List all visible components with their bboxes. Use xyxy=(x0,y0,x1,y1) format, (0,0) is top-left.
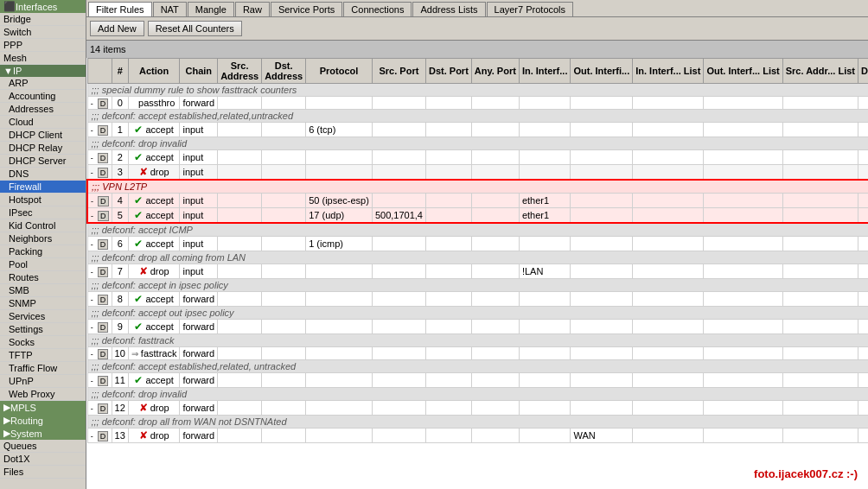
row-controls[interactable]: - D xyxy=(87,97,112,110)
sidebar-item-services[interactable]: Services xyxy=(0,310,86,323)
table-row[interactable]: - D 0 passthro forward 62.7 GiB 63 872 2… xyxy=(87,97,868,110)
row-controls[interactable]: - D xyxy=(87,123,112,137)
table-row[interactable]: ;;; defconf: drop invalid xyxy=(87,388,868,401)
col-dst-address[interactable]: Dst.Address xyxy=(262,59,306,84)
sidebar-item-addresses[interactable]: Addresses xyxy=(0,103,86,116)
col-out-list[interactable]: Out. Interf... List xyxy=(704,59,782,84)
table-row[interactable]: ;;; defconf: accept established,related,… xyxy=(87,360,868,373)
table-row[interactable]: ;;; defconf: accept in ipsec policy xyxy=(87,279,868,292)
sidebar-item-pool[interactable]: Pool xyxy=(0,258,86,271)
row-controls[interactable]: - D xyxy=(87,292,112,307)
tab-service-ports[interactable]: Service Ports xyxy=(271,2,342,16)
table-row[interactable]: ;;; defconf: accept established,related,… xyxy=(87,110,868,123)
col-src-addr-list[interactable]: Src. Addr... List xyxy=(782,59,858,84)
table-row[interactable]: - D 10 ⇒ fasttrack forward 684.4 MiB 2 0… xyxy=(87,347,868,360)
row-controls[interactable]: - D xyxy=(87,401,112,416)
col-dst-port[interactable]: Dst. Port xyxy=(425,59,471,84)
col-in-interf[interactable]: In. Interf... xyxy=(519,59,571,84)
table-row[interactable]: - D 9 ✔ accept forward 0 B 0 xyxy=(87,320,868,334)
table-row[interactable]: ;;; defconf: fasttrack xyxy=(87,334,868,347)
table-row[interactable]: - D 8 ✔ accept forward 0 B 0 xyxy=(87,292,868,307)
tab-filter-rules[interactable]: Filter Rules xyxy=(88,2,152,16)
sidebar-item-socks[interactable]: Socks xyxy=(0,336,86,349)
sidebar-item-dot1x[interactable]: Dot1X xyxy=(0,453,86,466)
table-row[interactable]: - D 13 ✘ drop forward WAN 0 B 0 xyxy=(87,429,868,443)
sidebar-item-queues[interactable]: Queues xyxy=(0,440,86,453)
table-row[interactable]: - D 11 ✔ accept forward 684.4 MiB 2 016 … xyxy=(87,373,868,388)
tab-raw[interactable]: Raw xyxy=(235,2,270,16)
row-controls[interactable]: - D xyxy=(87,150,112,165)
sidebar-item-kid-control[interactable]: Kid Control xyxy=(0,219,86,232)
table-row[interactable]: - D 1 ✔ accept input 6 (tcp) 1211.4 KiB … xyxy=(87,123,868,137)
row-controls[interactable]: - D xyxy=(87,347,112,360)
sidebar-item-tftp[interactable]: TFTP xyxy=(0,349,86,362)
table-row[interactable]: ;;; special dummy rule to show fasttrack… xyxy=(87,84,868,97)
table-row[interactable]: - D 7 ✘ drop input !LAN 12.4 MiB 109 786 xyxy=(87,264,868,279)
sidebar-item-settings[interactable]: Settings xyxy=(0,323,86,336)
row-controls[interactable]: - D xyxy=(87,194,112,208)
tab-layer7[interactable]: Layer7 Protocols xyxy=(487,2,574,16)
row-controls[interactable]: - D xyxy=(87,264,112,279)
sidebar-item-snmp[interactable]: SNMP xyxy=(0,297,86,310)
col-num[interactable]: # xyxy=(112,59,128,84)
col-action[interactable]: Action xyxy=(128,59,180,84)
sidebar-item-mesh[interactable]: Mesh xyxy=(0,52,86,65)
col-in-list[interactable]: In. Interf... List xyxy=(633,59,704,84)
sidebar-item-switch[interactable]: Switch xyxy=(0,26,86,39)
sidebar-item-ipsec[interactable]: IPsec xyxy=(0,206,86,219)
tab-address-lists[interactable]: Address Lists xyxy=(412,2,485,16)
table-row[interactable]: ;;; defconf: drop all coming from LAN xyxy=(87,251,868,264)
table-row[interactable]: ;;; defconf: accept out ipsec policy xyxy=(87,307,868,320)
table-row[interactable]: ;;; defconf: drop invalid xyxy=(87,137,868,150)
row-controls[interactable]: - D xyxy=(87,208,112,224)
table-row[interactable]: - D 5 ✔ accept input 17 (udp) 500,1701,4… xyxy=(87,208,868,224)
sidebar-item-routing[interactable]: ▶ Routing xyxy=(0,414,86,427)
tab-mangle[interactable]: Mangle xyxy=(188,2,234,16)
row-controls[interactable]: - D xyxy=(87,429,112,443)
reset-counters-button[interactable]: Reset All Counters xyxy=(148,21,242,36)
sidebar-item-cloud[interactable]: Cloud xyxy=(0,116,86,129)
col-dst-addr-list[interactable]: Dst. Addr... List xyxy=(858,59,868,84)
sidebar-item-accounting[interactable]: Accounting xyxy=(0,90,86,103)
row-controls[interactable]: - D xyxy=(87,320,112,334)
sidebar-item-upnp[interactable]: UPnP xyxy=(0,375,86,388)
table-row[interactable]: - D 3 ✘ drop input 35.5 KiB 348 xyxy=(87,165,868,181)
tab-nat[interactable]: NAT xyxy=(153,2,187,16)
table-row[interactable]: - D 2 ✔ accept input 123.5 KiB 965 xyxy=(87,150,868,165)
tab-connections[interactable]: Connections xyxy=(343,2,412,16)
sidebar-item-traffic-flow[interactable]: Traffic Flow xyxy=(0,362,86,375)
col-src-port[interactable]: Src. Port xyxy=(372,59,425,84)
sidebar-item-dhcp-server[interactable]: DHCP Server xyxy=(0,155,86,168)
sidebar-item-dhcp-client[interactable]: DHCP Client xyxy=(0,129,86,142)
col-src-address[interactable]: Src.Address xyxy=(218,59,262,84)
sidebar-item-routes[interactable]: Routes xyxy=(0,271,86,284)
table-row[interactable]: - D 12 ✘ drop forward 1013.5 KiB 12 200 xyxy=(87,401,868,416)
col-protocol[interactable]: Protocol xyxy=(306,59,373,84)
sidebar-item-firewall[interactable]: Firewall xyxy=(0,181,86,194)
sidebar-item-neighbors[interactable]: Neighbors xyxy=(0,232,86,245)
sidebar-item-ppp[interactable]: PPP xyxy=(0,39,86,52)
sidebar-item-arp[interactable]: ARP xyxy=(0,77,86,90)
table-row[interactable]: - D 6 ✔ accept input 1 (icmp) 305.9 KiB … xyxy=(87,237,868,251)
row-controls[interactable]: - D xyxy=(87,237,112,251)
sidebar-item-dns[interactable]: DNS xyxy=(0,168,86,181)
sidebar-item-packing[interactable]: Packing xyxy=(0,245,86,258)
table-row[interactable]: ;;; VPN L2TP xyxy=(87,180,868,194)
row-controls[interactable]: - D xyxy=(87,165,112,181)
sidebar-item-system[interactable]: ▶ System xyxy=(0,427,86,440)
row-controls[interactable]: - D xyxy=(87,373,112,388)
add-new-button[interactable]: Add New xyxy=(90,21,144,36)
col-chain[interactable]: Chain xyxy=(180,59,218,84)
col-out-interf[interactable]: Out. Interfi... xyxy=(571,59,633,84)
sidebar-item-hotspot[interactable]: Hotspot xyxy=(0,194,86,206)
sidebar-item-mpls[interactable]: ▶ MPLS xyxy=(0,401,86,414)
table-row[interactable]: ;;; defconf: accept ICMP xyxy=(87,223,868,237)
sidebar-item-dhcp-relay[interactable]: DHCP Relay xyxy=(0,142,86,155)
col-any-port[interactable]: Any. Port xyxy=(471,59,519,84)
sidebar-item-files[interactable]: Files xyxy=(0,466,86,479)
sidebar-item-bridge[interactable]: Bridge xyxy=(0,13,86,26)
sidebar-item-ip[interactable]: ▼ IP xyxy=(0,65,86,77)
table-row[interactable]: - D 4 ✔ accept input 50 (ipsec-esp) ethe… xyxy=(87,194,868,208)
sidebar-interfaces[interactable]: ⬛ Interfaces xyxy=(0,0,86,13)
sidebar-item-web-proxy[interactable]: Web Proxy xyxy=(0,388,86,401)
